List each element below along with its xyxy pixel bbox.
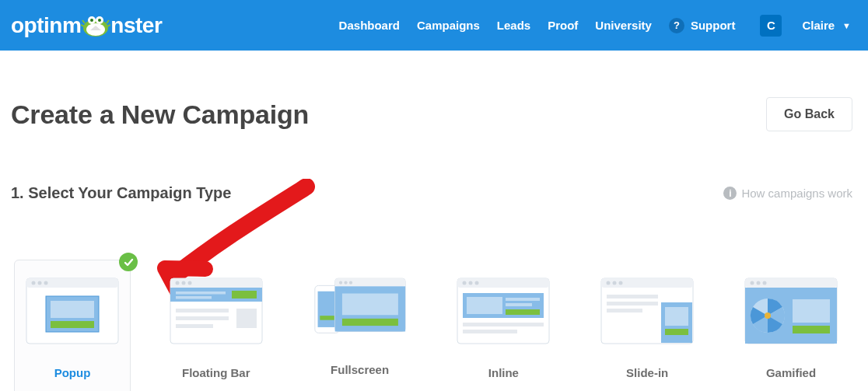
slide-in-thumbnail xyxy=(600,278,694,344)
svg-rect-57 xyxy=(607,309,642,312)
go-back-button[interactable]: Go Back xyxy=(766,97,852,131)
floating-bar-thumbnail xyxy=(170,278,263,344)
svg-rect-21 xyxy=(176,296,212,299)
top-nav: Dashboard Campaigns Leads Proof Universi… xyxy=(339,15,851,37)
svg-rect-70 xyxy=(793,326,830,333)
brand-text-1: optinm xyxy=(11,13,81,38)
campaign-type-floating-bar[interactable]: Floating Bar xyxy=(158,260,275,391)
username: Claire xyxy=(802,19,835,32)
chevron-down-icon: ▼ xyxy=(842,21,851,30)
nav-dashboard[interactable]: Dashboard xyxy=(339,19,400,32)
svg-rect-47 xyxy=(506,309,540,315)
svg-point-17 xyxy=(181,281,185,285)
support-link[interactable]: ? Support xyxy=(669,18,736,33)
svg-point-34 xyxy=(348,281,352,285)
svg-point-10 xyxy=(44,281,48,285)
title-row: Create a New Campaign Go Back xyxy=(11,97,852,131)
card-label: Fullscreen xyxy=(331,363,389,376)
main: Create a New Campaign Go Back 1. Select … xyxy=(0,51,868,391)
svg-point-42 xyxy=(475,281,479,285)
svg-rect-60 xyxy=(665,329,688,335)
svg-rect-13 xyxy=(51,321,94,328)
help-icon: ? xyxy=(669,18,684,33)
svg-point-53 xyxy=(613,281,617,285)
nav-campaigns[interactable]: Campaigns xyxy=(417,19,480,32)
campaign-type-popup[interactable]: Popup xyxy=(14,260,131,391)
avatar[interactable]: C xyxy=(760,15,782,37)
campaign-type-fullscreen[interactable]: Fullscreen xyxy=(302,260,418,391)
hint-text: How campaigns work xyxy=(741,187,852,200)
svg-point-63 xyxy=(750,281,754,285)
campaign-type-list: Popup Floating Bar xyxy=(11,260,852,391)
svg-rect-12 xyxy=(51,301,94,318)
brand-logo[interactable]: optinm nster xyxy=(11,13,162,38)
svg-point-16 xyxy=(175,281,179,285)
svg-point-40 xyxy=(463,281,467,285)
nav-proof[interactable]: Proof xyxy=(548,19,578,32)
campaign-type-gamified[interactable]: Gamified xyxy=(733,260,849,391)
svg-rect-44 xyxy=(467,297,502,314)
svg-point-54 xyxy=(619,281,623,285)
nav-leads[interactable]: Leads xyxy=(497,19,530,32)
svg-rect-56 xyxy=(607,302,658,305)
svg-point-64 xyxy=(756,281,760,285)
card-label: Floating Bar xyxy=(182,366,250,379)
svg-rect-28 xyxy=(317,292,336,327)
svg-rect-45 xyxy=(506,298,540,301)
monster-icon xyxy=(81,12,110,37)
nav-university[interactable]: University xyxy=(595,19,652,32)
svg-rect-48 xyxy=(463,323,544,326)
svg-rect-49 xyxy=(463,330,517,333)
svg-point-65 xyxy=(762,281,766,285)
svg-point-32 xyxy=(339,281,342,285)
svg-rect-29 xyxy=(320,316,334,320)
svg-point-18 xyxy=(187,281,191,285)
info-icon: i xyxy=(723,187,737,200)
svg-point-9 xyxy=(38,281,42,285)
support-label: Support xyxy=(691,19,736,32)
card-label: Popup xyxy=(54,366,91,379)
svg-point-8 xyxy=(32,281,36,285)
card-label: Slide-in xyxy=(626,366,668,379)
popup-thumbnail xyxy=(26,278,119,344)
campaign-type-inline[interactable]: Inline xyxy=(445,260,562,391)
header: optinm nster Dashboard Campaigns Leads P… xyxy=(0,0,868,51)
svg-point-52 xyxy=(607,281,611,285)
user-menu[interactable]: Claire ▼ xyxy=(802,19,851,32)
svg-point-4 xyxy=(90,19,93,22)
svg-rect-20 xyxy=(176,292,226,295)
gamified-thumbnail xyxy=(744,278,838,344)
campaign-type-slide-in[interactable]: Slide-in xyxy=(589,260,705,391)
svg-rect-36 xyxy=(342,294,398,316)
step-row: 1. Select Your Campaign Type i How campa… xyxy=(11,184,852,202)
svg-rect-24 xyxy=(176,316,229,320)
svg-rect-22 xyxy=(232,291,257,298)
page-title: Create a New Campaign xyxy=(11,99,309,130)
svg-rect-37 xyxy=(342,319,398,326)
card-label: Inline xyxy=(488,366,519,379)
how-campaigns-work-link[interactable]: i How campaigns work xyxy=(723,187,852,200)
svg-rect-55 xyxy=(607,295,658,298)
svg-point-33 xyxy=(344,281,347,285)
fullscreen-thumbnail xyxy=(313,274,407,341)
svg-rect-26 xyxy=(236,309,257,328)
inline-thumbnail xyxy=(457,278,550,344)
svg-rect-69 xyxy=(793,299,830,323)
svg-point-41 xyxy=(469,281,473,285)
svg-rect-46 xyxy=(506,303,532,306)
svg-rect-25 xyxy=(176,324,213,328)
svg-point-68 xyxy=(765,312,771,319)
svg-rect-23 xyxy=(176,309,229,312)
card-label: Gamified xyxy=(766,366,816,379)
check-icon xyxy=(119,253,138,271)
svg-point-5 xyxy=(98,19,101,22)
step-label: 1. Select Your Campaign Type xyxy=(11,184,231,202)
brand-text-2: nster xyxy=(110,13,162,38)
svg-rect-59 xyxy=(665,307,688,326)
